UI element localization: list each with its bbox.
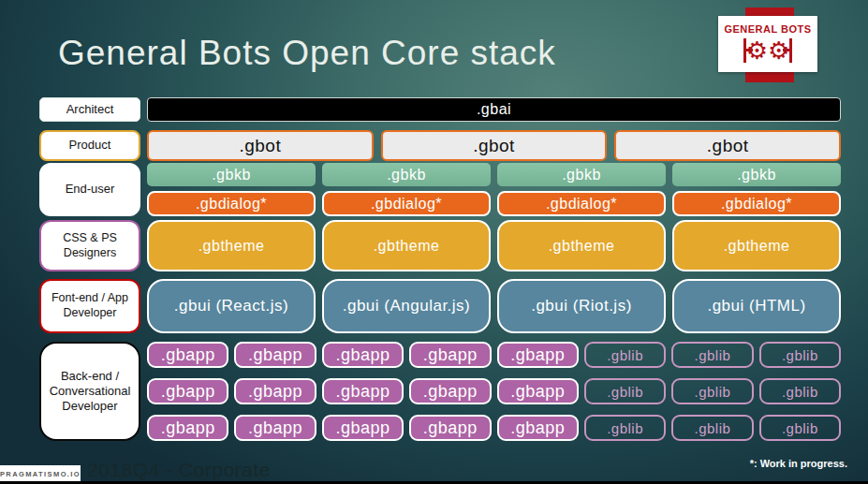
box-gbtheme: .gbtheme [147, 220, 316, 271]
box-gbot: .gbot [147, 130, 374, 161]
box-gbapp: .gbapp [409, 415, 491, 441]
row-product: Product .gbot .gbot .gbot [39, 130, 841, 161]
box-gbapp: .gbapp [497, 378, 579, 404]
box-gbui-riot: .gbui (Riot.js) [497, 279, 666, 333]
box-gbapp: .gbapp [322, 342, 404, 368]
box-gbdialog: .gbdialog* [322, 191, 491, 216]
box-gbot: .gbot [381, 130, 608, 161]
box-gbapp: .gbapp [409, 378, 491, 404]
box-gbapp: .gbapp [234, 378, 316, 404]
box-gbkb: .gbkb [672, 163, 841, 186]
box-gbapp: .gbapp [147, 378, 228, 404]
slide-caption: 2018Q4 - Corporate [87, 459, 271, 481]
box-gblib: .gblib [671, 342, 753, 368]
box-gbui-angular: .gbui (Angular.js) [322, 279, 491, 333]
box-gbui-react: .gbui (React.js) [147, 279, 316, 333]
box-gbdialog: .gbdialog* [497, 191, 666, 216]
box-gblib: .gblib [759, 342, 841, 368]
gears-icon: ⚙ ⚙ [743, 36, 793, 66]
box-gbapp: .gbapp [147, 415, 228, 441]
box-gbdialog: .gbdialog* [672, 191, 841, 216]
box-gbot: .gbot [614, 130, 841, 161]
box-gbtheme: .gbtheme [497, 220, 666, 271]
stack-diagram: Architect .gbai Product .gbot .gbot .gbo… [39, 97, 841, 441]
logo-wordmark: GENERAL BOTS [724, 23, 811, 35]
box-gbapp: .gbapp [322, 415, 404, 441]
slide: General Bots Open Core stack GENERAL BOT… [0, 0, 868, 484]
label-architect: Architect [39, 97, 140, 122]
label-designers: CSS & PS Designers [39, 220, 140, 271]
box-gbui-html: .gbui (HTML) [672, 279, 841, 333]
page-title: General Bots Open Core stack [58, 34, 556, 73]
box-gblib: .gblib [584, 342, 666, 368]
box-gbapp: .gbapp [497, 415, 579, 441]
box-gblib: .gblib [759, 415, 841, 441]
pragmatismo-badge: PRAGMATISMO.IO [0, 465, 81, 482]
box-gbapp: .gbapp [497, 342, 579, 368]
row-end-user: End-user .gbkb .gbkb .gbkb .gbkb .gbdial… [39, 163, 841, 216]
gear-bar-left [743, 38, 746, 63]
row-designers: CSS & PS Designers .gbtheme .gbtheme .gb… [39, 220, 841, 271]
box-gbapp: .gbapp [234, 342, 316, 368]
label-end-user: End-user [39, 163, 140, 216]
box-gbapp: .gbapp [147, 342, 228, 368]
box-gblib: .gblib [671, 378, 753, 404]
box-gblib: .gblib [671, 415, 753, 441]
label-backend: Back-end / Conversational Developer [39, 342, 140, 441]
label-frontend: Font-end / App Developer [39, 279, 140, 333]
box-gblib: .gblib [584, 415, 666, 441]
row-backend: Back-end / Conversational Developer .gba… [39, 342, 841, 441]
box-gbapp: .gbapp [409, 342, 491, 368]
row-architect: Architect .gbai [39, 97, 841, 122]
row-frontend: Font-end / App Developer .gbui (React.js… [39, 279, 841, 333]
box-gbkb: .gbkb [322, 163, 491, 186]
work-in-progress-note: *: Work in progress. [750, 458, 847, 469]
label-product: Product [39, 130, 140, 161]
box-gbtheme: .gbtheme [322, 220, 491, 271]
box-gbkb: .gbkb [147, 163, 316, 186]
gear-bar-right [789, 38, 792, 63]
box-gbai: .gbai [147, 97, 841, 122]
box-gblib: .gblib [584, 378, 666, 404]
box-gbkb: .gbkb [497, 163, 666, 186]
box-gbapp: .gbapp [234, 415, 316, 441]
box-gblib: .gblib [759, 378, 841, 404]
box-gbdialog: .gbdialog* [147, 191, 316, 216]
box-gbapp: .gbapp [322, 378, 404, 404]
general-bots-logo: GENERAL BOTS ⚙ ⚙ [718, 16, 817, 72]
box-gbtheme: .gbtheme [672, 220, 841, 271]
